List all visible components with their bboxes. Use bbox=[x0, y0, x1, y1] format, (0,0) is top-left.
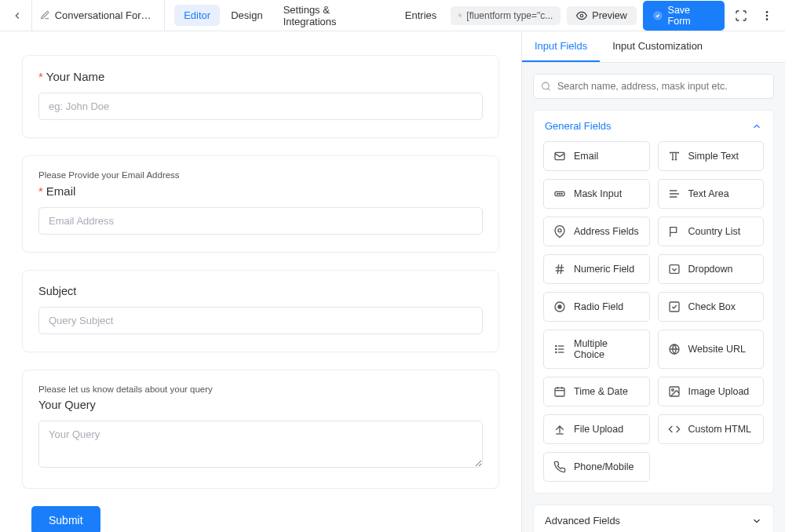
shortcode-text: [fluentform type="c... bbox=[466, 10, 553, 21]
field-label: *Email bbox=[38, 184, 483, 198]
sidebar-tab-input-fields[interactable]: Input Fields bbox=[522, 31, 600, 62]
svg-rect-29 bbox=[555, 388, 564, 396]
chevron-up-icon bbox=[751, 121, 762, 132]
tab-editor[interactable]: Editor bbox=[174, 5, 220, 26]
field-item-radio[interactable]: Radio Field bbox=[543, 292, 650, 322]
query-textarea[interactable] bbox=[38, 421, 483, 468]
field-item-textarea[interactable]: Text Area bbox=[658, 179, 765, 209]
page-title: Conversational Form... bbox=[55, 9, 157, 21]
html-icon bbox=[668, 423, 681, 435]
chevron-down-icon bbox=[751, 516, 762, 527]
tab-settings[interactable]: Settings & Integrations bbox=[274, 0, 394, 32]
field-item-label: Email bbox=[574, 151, 598, 162]
pencil-icon bbox=[40, 10, 50, 20]
text-icon bbox=[668, 150, 681, 162]
field-item-multi[interactable]: Multiple Choice bbox=[543, 330, 650, 369]
field-item-label: Radio Field bbox=[574, 301, 623, 312]
phone-icon bbox=[553, 461, 566, 473]
field-item-country[interactable]: Country List bbox=[658, 217, 765, 246]
fullscreen-icon bbox=[735, 9, 747, 22]
form-canvas[interactable]: *Your Name Please Provide your Email Add… bbox=[0, 31, 521, 532]
general-fields-grid: EmailSimple TextMask InputText AreaAddre… bbox=[534, 141, 773, 493]
mask-icon bbox=[553, 188, 566, 200]
svg-point-6 bbox=[542, 82, 550, 89]
svg-point-13 bbox=[558, 229, 561, 232]
field-item-html[interactable]: Custom HTML bbox=[658, 414, 765, 444]
field-card-subject[interactable]: Subject bbox=[22, 270, 499, 352]
copy-icon bbox=[458, 10, 462, 20]
svg-line-16 bbox=[557, 264, 558, 274]
field-item-dropdown[interactable]: Dropdown bbox=[658, 254, 765, 284]
field-item-label: Custom HTML bbox=[688, 424, 752, 435]
field-item-email[interactable]: Email bbox=[543, 141, 650, 171]
field-item-label: Numeric Field bbox=[574, 264, 634, 275]
shortcode-chip[interactable]: [fluentform type="c... bbox=[451, 6, 560, 25]
field-item-label: File Upload bbox=[574, 424, 623, 435]
field-item-url[interactable]: Website URL bbox=[658, 330, 765, 369]
field-help: Please let us know details about your qu… bbox=[38, 384, 483, 394]
section-toggle-advanced[interactable]: Advanced Fields bbox=[534, 505, 773, 532]
checkbox-icon bbox=[668, 301, 681, 313]
field-card-email[interactable]: Please Provide your Email Address *Email bbox=[22, 155, 499, 253]
field-label: *Your Name bbox=[38, 70, 483, 83]
field-item-label: Time & Date bbox=[574, 386, 628, 397]
save-button[interactable]: Save Form bbox=[643, 1, 725, 31]
svg-point-11 bbox=[559, 193, 560, 194]
field-item-numeric[interactable]: Numeric Field bbox=[543, 254, 650, 284]
svg-rect-21 bbox=[670, 302, 679, 312]
check-circle-icon bbox=[652, 10, 663, 21]
email-input[interactable] bbox=[38, 207, 483, 235]
field-item-label: Image Upload bbox=[688, 386, 750, 397]
main-layout: *Your Name Please Provide your Email Add… bbox=[0, 31, 785, 532]
search-input[interactable] bbox=[533, 74, 774, 99]
eye-icon bbox=[576, 10, 587, 21]
field-item-date[interactable]: Time & Date bbox=[543, 377, 650, 406]
file-icon bbox=[553, 423, 566, 435]
field-item-mask[interactable]: Mask Input bbox=[543, 179, 650, 209]
date-icon bbox=[553, 385, 566, 398]
field-item-label: Text Area bbox=[688, 188, 729, 199]
dropdown-icon bbox=[668, 263, 681, 275]
field-item-image[interactable]: Image Upload bbox=[658, 377, 765, 406]
field-item-file[interactable]: File Upload bbox=[543, 414, 650, 444]
svg-point-12 bbox=[561, 193, 562, 194]
field-item-checkbox[interactable]: Check Box bbox=[658, 292, 765, 322]
url-icon bbox=[668, 343, 681, 355]
field-card-name[interactable]: *Your Name bbox=[22, 55, 499, 138]
tab-design[interactable]: Design bbox=[221, 5, 272, 26]
tab-entries[interactable]: Entries bbox=[396, 5, 446, 26]
preview-button[interactable]: Preview bbox=[567, 6, 636, 25]
subject-input[interactable] bbox=[38, 307, 483, 334]
country-icon bbox=[668, 225, 681, 238]
field-item-address[interactable]: Address Fields bbox=[543, 217, 650, 246]
field-item-label: Check Box bbox=[688, 301, 736, 312]
search-icon bbox=[541, 82, 551, 92]
submit-button[interactable]: Submit bbox=[31, 506, 100, 532]
svg-point-27 bbox=[556, 352, 557, 352]
more-menu-button[interactable] bbox=[757, 5, 777, 26]
field-item-label: Address Fields bbox=[574, 226, 639, 237]
field-item-label: Website URL bbox=[688, 344, 746, 355]
textarea-icon bbox=[668, 188, 681, 200]
field-label: Subject bbox=[38, 285, 483, 297]
sidebar-tab-customization[interactable]: Input Customization bbox=[600, 31, 715, 62]
svg-point-3 bbox=[766, 11, 769, 13]
section-toggle-general[interactable]: General Fields bbox=[534, 111, 773, 141]
field-item-label: Dropdown bbox=[688, 264, 733, 275]
svg-point-34 bbox=[671, 389, 674, 392]
fullscreen-button[interactable] bbox=[731, 5, 751, 26]
form-title-wrap[interactable]: Conversational Form... bbox=[31, 0, 165, 31]
field-card-query[interactable]: Please let us know details about your qu… bbox=[22, 370, 499, 489]
svg-point-20 bbox=[558, 305, 561, 308]
field-item-phone[interactable]: Phone/Mobile bbox=[543, 452, 650, 482]
name-input[interactable] bbox=[38, 93, 483, 120]
email-icon bbox=[553, 150, 566, 162]
back-button[interactable] bbox=[8, 6, 27, 25]
svg-point-5 bbox=[766, 18, 769, 20]
field-item-text[interactable]: Simple Text bbox=[658, 141, 765, 171]
more-vertical-icon bbox=[761, 9, 773, 22]
field-item-label: Mask Input bbox=[574, 188, 622, 199]
svg-point-10 bbox=[557, 193, 558, 194]
sidebar: Input Fields Input Customization General… bbox=[521, 31, 785, 532]
sidebar-body: General Fields EmailSimple TextMask Inpu… bbox=[522, 63, 785, 532]
